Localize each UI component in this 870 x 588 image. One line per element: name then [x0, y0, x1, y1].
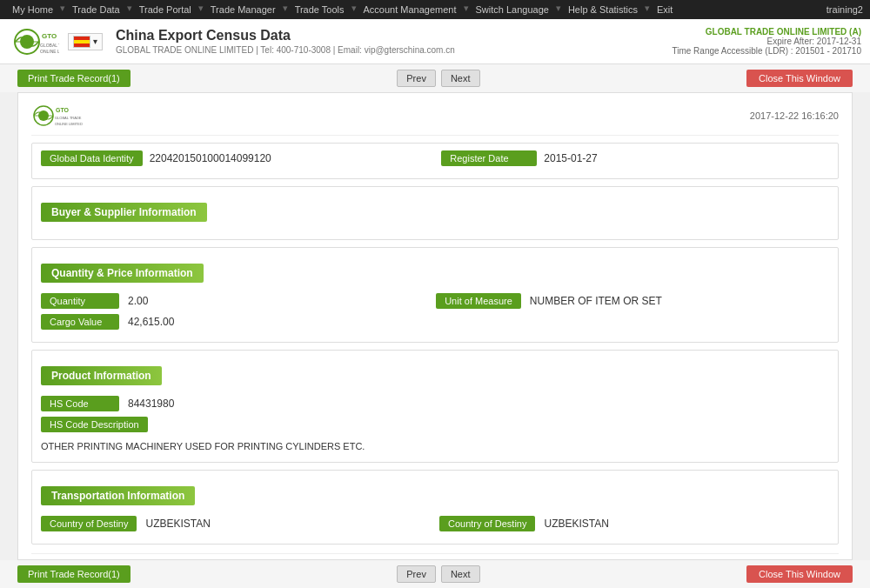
cargo-label: Cargo Value [41, 314, 119, 330]
country-dest-value1: UZBEKISTAN [145, 518, 431, 530]
record-header: GTO GLOBAL TRADE ONLINE LIMITED 2017-12-… [31, 102, 839, 136]
global-data-identity-label: Global Data Identity [41, 150, 143, 166]
flag-selector[interactable]: ▾ [68, 33, 103, 50]
svg-text:ONLINE LIMITED: ONLINE LIMITED [55, 122, 83, 126]
transportation-header: Transportation Information [41, 486, 195, 505]
footer-toolbar-right: Close This Window [746, 565, 853, 583]
register-date-value: 2015-01-27 [544, 152, 829, 164]
buyer-supplier-section: Buyer & Supplier Information [31, 186, 839, 240]
record-footer: China Export Data by Country of Destiny … [31, 553, 839, 560]
quantity-price-header: Quantity & Price Information [41, 264, 204, 283]
nav-my-home[interactable]: My Home [7, 3, 58, 17]
nav-trade-data[interactable]: Trade Data [67, 3, 125, 17]
unit-label: Unit of Measure [436, 293, 521, 309]
close-window-button[interactable]: Close This Window [746, 70, 853, 87]
quantity-value: 2.00 [128, 295, 427, 307]
country-dest-label1: Country of Destiny [41, 516, 137, 531]
toolbar-top: Print Trade Record(1) Prev Next Close Th… [0, 64, 870, 92]
quantity-price-title-row: Quantity & Price Information [41, 255, 829, 288]
cargo-value: 42,615.00 [128, 316, 829, 328]
account-info: GLOBAL TRADE ONLINE LIMITED (A) Expire A… [672, 27, 861, 56]
register-date-label: Register Date [441, 150, 537, 166]
account-expire: Expire After: 2017-12-31 [672, 37, 861, 46]
hs-code-label: HS Code [41, 396, 119, 411]
next-button[interactable]: Next [441, 70, 480, 87]
prev-button-bottom[interactable]: Prev [397, 565, 436, 583]
country-dest-value2: UZBEKISTAN [544, 518, 829, 530]
china-flag [73, 36, 90, 48]
svg-text:GLOBAL TRADE: GLOBAL TRADE [55, 116, 82, 120]
account-company: GLOBAL TRADE ONLINE LIMITED (A) [672, 27, 861, 37]
top-navigation: My Home ▾ Trade Data ▾ Trade Portal ▾ Tr… [0, 0, 870, 19]
toolbar-left: Print Trade Record(1) [17, 70, 130, 87]
country-dest-label2: Country of Destiny [439, 516, 535, 531]
hs-desc-label: HS Code Description [41, 417, 148, 432]
buyer-supplier-title-row: Buyer & Supplier Information [41, 194, 829, 227]
toolbar-nav: Prev Next [397, 70, 479, 87]
quantity-label: Quantity [41, 293, 119, 309]
footer-toolbar-left: Print Trade Record(1) [17, 565, 130, 583]
toolbar-right: Close This Window [746, 70, 853, 87]
toolbar-bottom: Print Trade Record(1) Prev Next Close Th… [0, 560, 870, 588]
hs-code-row: HS Code 84431980 [41, 396, 829, 411]
flag-dropdown-arrow: ▾ [93, 37, 97, 46]
nav-trade-tools[interactable]: Trade Tools [290, 3, 350, 17]
company-logo: GTO GLOBAL TRADE ONLINE LIMITED [9, 23, 61, 61]
nav-exit[interactable]: Exit [652, 3, 678, 17]
account-time-range: Time Range Accessible (LDR) : 201501 - 2… [672, 46, 861, 56]
close-window-button-bottom[interactable]: Close This Window [746, 565, 853, 583]
nav-trade-manager[interactable]: Trade Manager [205, 3, 281, 17]
buyer-supplier-header: Buyer & Supplier Information [41, 203, 207, 222]
nav-menu: My Home ▾ Trade Data ▾ Trade Portal ▾ Tr… [7, 3, 678, 17]
nav-help-statistics[interactable]: Help & Statistics [563, 3, 643, 17]
svg-text:ONLINE LIMITED: ONLINE LIMITED [40, 49, 59, 54]
unit-value: NUMBER OF ITEM OR SET [530, 295, 829, 307]
svg-text:GTO: GTO [42, 32, 57, 40]
print-record-button[interactable]: Print Trade Record(1) [17, 70, 130, 87]
page-header: GTO GLOBAL TRADE ONLINE LIMITED ▾ China … [0, 19, 870, 64]
print-record-button-bottom[interactable]: Print Trade Record(1) [17, 565, 130, 583]
logo-area: GTO GLOBAL TRADE ONLINE LIMITED ▾ [9, 23, 103, 61]
country-dest-row: Country of Destiny UZBEKISTAN Country of… [41, 516, 829, 531]
footer-nav: Prev Next [397, 565, 479, 583]
page-title: China Export Census Data [116, 28, 672, 43]
quantity-price-section: Quantity & Price Information Quantity 2.… [31, 247, 839, 343]
product-section: Product Information HS Code 84431980 HS … [31, 350, 839, 463]
svg-text:GTO: GTO [56, 107, 70, 113]
record-card: GTO GLOBAL TRADE ONLINE LIMITED 2017-12-… [31, 102, 839, 560]
record-timestamp: 2017-12-22 16:16:20 [750, 110, 839, 121]
transportation-section: Transportation Information Country of De… [31, 470, 839, 545]
nav-switch-language[interactable]: Switch Language [471, 3, 554, 17]
hs-desc-value: OTHER PRINTING MACHINERY USED FOR PRINTI… [41, 438, 829, 455]
nav-account-management[interactable]: Account Management [358, 3, 462, 17]
identity-row: Global Data Identity 2204201501000140991… [41, 150, 829, 166]
quantity-row: Quantity 2.00 Unit of Measure NUMBER OF … [41, 293, 829, 309]
product-title-row: Product Information [41, 357, 829, 391]
cargo-row: Cargo Value 42,615.00 [41, 314, 829, 330]
nav-trade-portal[interactable]: Trade Portal [134, 3, 197, 17]
hs-desc-row: HS Code Description [41, 417, 829, 432]
identity-section: Global Data Identity 2204201501000140991… [31, 143, 839, 179]
global-data-identity-value: 220420150100014099120 [150, 152, 435, 164]
main-content: GTO GLOBAL TRADE ONLINE LIMITED 2017-12-… [17, 92, 853, 560]
prev-button[interactable]: Prev [397, 70, 436, 87]
user-label: training2 [826, 4, 863, 15]
hs-code-value: 84431980 [128, 398, 829, 410]
page-title-area: China Export Census Data GLOBAL TRADE ON… [103, 28, 672, 55]
product-header: Product Information [41, 366, 162, 385]
record-logo: GTO GLOBAL TRADE ONLINE LIMITED [31, 102, 110, 130]
next-button-bottom[interactable]: Next [441, 565, 480, 583]
svg-text:GLOBAL TRADE: GLOBAL TRADE [40, 43, 59, 48]
page-subtitle: GLOBAL TRADE ONLINE LIMITED | Tel: 400-7… [116, 45, 672, 55]
transportation-title-row: Transportation Information [41, 478, 829, 511]
